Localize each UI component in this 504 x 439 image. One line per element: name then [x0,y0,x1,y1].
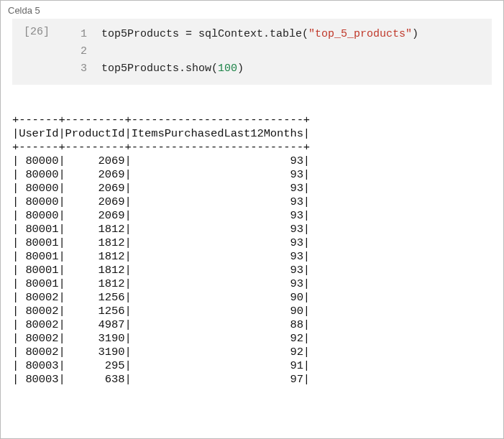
code-token: = [179,28,198,40]
output-border: +------+---------+----------------------… [12,141,310,154]
output-row: | 80001| 1812| 93| [12,236,310,249]
output-header-row: |UserId|ProductId|ItemsPurchasedLast12Mo… [12,127,310,140]
cell-output: +------+---------+----------------------… [12,114,492,387]
code-token-string: "top_5_products" [308,28,412,40]
output-row: | 80001| 1812| 93| [12,264,310,277]
code-token: sqlContext.table( [198,28,308,40]
code-cell[interactable]: [26] 1 2 3 top5Products = sqlContext.tab… [12,19,492,85]
code-token: ) [237,63,244,75]
output-row: | 80001| 1812| 93| [12,223,310,236]
output-row: | 80002| 1256| 90| [12,305,310,318]
line-number: 2 [81,45,87,57]
output-border: +------+---------+----------------------… [12,114,310,126]
output-row: | 80003| 295| 91| [12,359,310,372]
line-number: 1 [81,28,87,40]
output-row: | 80000| 2069| 93| [12,168,310,181]
output-row: | 80002| 1256| 90| [12,291,310,304]
line-gutter: 1 2 3 [68,19,97,85]
output-row: | 80000| 2069| 93| [12,154,310,167]
output-row: | 80001| 1812| 93| [12,277,310,290]
output-row: | 80002| 3190| 92| [12,332,310,345]
output-row: | 80000| 2069| 93| [12,209,310,222]
execution-count: [26] [12,19,68,85]
line-number: 3 [81,63,87,75]
code-token: top5Products [101,28,179,40]
code-token: ) [412,28,418,40]
cell-title: Celda 5 [1,1,503,19]
code-editor[interactable]: top5Products = sqlContext.table("top_5_p… [97,19,492,85]
output-row: | 80000| 2069| 93| [12,182,310,195]
output-row: | 80001| 1812| 93| [12,250,310,263]
output-row: | 80002| 3190| 92| [12,346,310,359]
code-token: top5Products.show( [101,63,218,75]
code-token-number: 100 [218,63,237,75]
output-row: | 80003| 638| 97| [12,373,310,386]
output-row: | 80000| 2069| 93| [12,195,310,208]
output-row: | 80002| 4987| 88| [12,318,310,331]
